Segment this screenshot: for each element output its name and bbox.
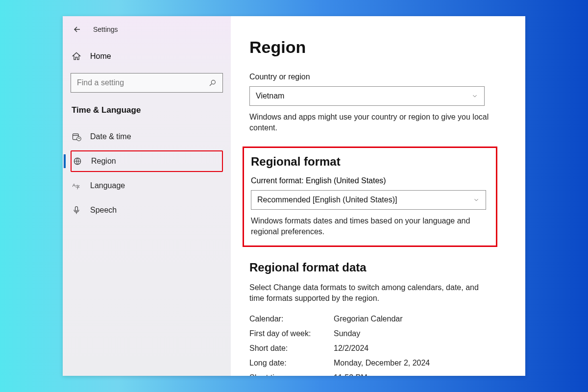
sidebar-category: Time & Language — [71, 105, 223, 115]
regional-format-select[interactable]: Recommended [English (United States)] — [251, 190, 486, 210]
arrow-left-icon — [73, 25, 81, 34]
nav-item-label: Speech — [90, 206, 117, 215]
nav-item-language[interactable]: A字 Language — [71, 175, 223, 196]
svg-point-0 — [211, 80, 215, 84]
row-value: Gregorian Calendar — [334, 315, 403, 323]
main-content: Region Country or region Vietnam Windows… — [231, 16, 525, 376]
section-regional-format: Regional format Current format: English … — [243, 147, 497, 247]
home-icon — [72, 51, 81, 61]
table-row: First day of week:Sunday — [249, 326, 507, 341]
chevron-down-icon — [473, 196, 480, 203]
row-value: Sunday — [334, 329, 360, 338]
row-key: Long date: — [249, 359, 334, 368]
home-label: Home — [90, 52, 111, 61]
country-select[interactable]: Vietnam — [249, 86, 485, 106]
row-value: 11:53 PM — [334, 373, 367, 376]
nav-item-speech[interactable]: Speech — [71, 199, 223, 221]
row-value: Monday, December 2, 2024 — [334, 359, 430, 368]
search-box[interactable] — [71, 73, 223, 93]
search-icon — [209, 79, 217, 87]
back-button[interactable] — [73, 25, 81, 34]
microphone-icon — [72, 205, 81, 215]
nav-item-label: Date & time — [90, 132, 131, 141]
regional-format-help: Windows formats dates and times based on… — [251, 216, 489, 237]
sidebar: Settings Home Time & Language Date & tim… — [63, 16, 231, 376]
svg-line-1 — [210, 84, 212, 86]
table-row: Short date:12/2/2024 — [249, 341, 507, 356]
settings-window: Settings Home Time & Language Date & tim… — [63, 16, 525, 376]
country-label: Country or region — [249, 73, 507, 81]
sidebar-nav: Date & time Region A字 Language Speech — [71, 126, 223, 221]
table-row: Calendar:Gregorian Calendar — [249, 312, 507, 326]
nav-item-region[interactable]: Region — [71, 150, 223, 172]
svg-rect-8 — [75, 207, 78, 211]
row-value: 12/2/2024 — [334, 344, 368, 353]
row-key: Short time: — [249, 373, 334, 376]
current-format-prefix: Current format: — [251, 176, 304, 185]
format-data-intro: Select Change data formats to switch amo… — [249, 282, 490, 303]
nav-item-label: Language — [90, 181, 125, 190]
clock-calendar-icon — [72, 132, 81, 142]
row-key: Short date: — [249, 344, 334, 353]
country-select-value: Vietnam — [256, 92, 284, 100]
nav-item-label: Region — [91, 157, 116, 166]
window-title: Settings — [93, 25, 118, 33]
format-data-title: Regional format data — [249, 261, 507, 274]
current-format-line: Current format: English (United States) — [251, 176, 489, 185]
home-nav[interactable]: Home — [71, 48, 223, 65]
regional-format-title: Regional format — [251, 155, 489, 169]
svg-text:字: 字 — [75, 185, 80, 190]
nav-item-date-time[interactable]: Date & time — [71, 126, 223, 147]
section-country: Country or region Vietnam Windows and ap… — [249, 73, 507, 133]
section-format-data: Regional format data Select Change data … — [249, 261, 507, 376]
regional-format-select-value: Recommended [English (United States)] — [257, 196, 397, 204]
globe-icon — [73, 156, 82, 166]
table-row: Short time:11:53 PM — [249, 370, 507, 376]
page-title: Region — [249, 38, 507, 57]
format-data-table: Calendar:Gregorian Calendar First day of… — [249, 312, 507, 376]
row-key: Calendar: — [249, 315, 334, 323]
language-icon: A字 — [72, 181, 81, 191]
chevron-down-icon — [471, 93, 478, 99]
search-input[interactable] — [77, 78, 209, 87]
row-key: First day of week: — [249, 329, 334, 338]
sidebar-header: Settings — [71, 25, 223, 34]
current-format-value: English (United States) — [306, 176, 386, 185]
country-help: Windows and apps might use your country … — [249, 112, 490, 133]
table-row: Long date:Monday, December 2, 2024 — [249, 356, 507, 370]
